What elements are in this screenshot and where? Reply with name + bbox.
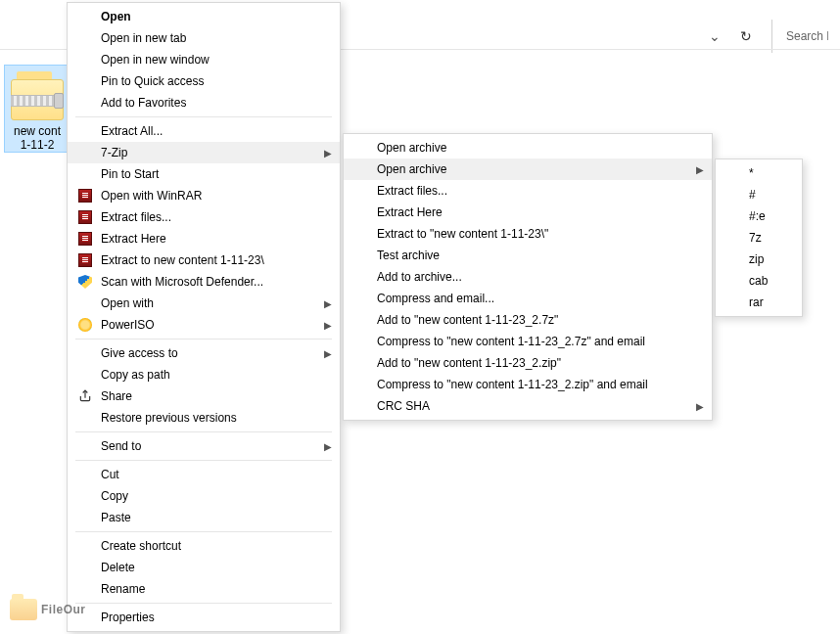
menu-7z-compress-7z-email[interactable]: Compress to "new content 1-11-23_2.7z" a…: [344, 331, 712, 352]
menu-7zip[interactable]: 7-Zip▶: [68, 142, 340, 163]
menu-open-new-tab[interactable]: Open in new tab: [68, 27, 340, 49]
submenu-arrow-icon: ▶: [696, 164, 704, 175]
menu-poweriso[interactable]: PowerISO▶: [68, 314, 340, 336]
menu-cut[interactable]: Cut: [68, 464, 340, 485]
submenu-arrow-icon: ▶: [324, 348, 332, 359]
menu-open[interactable]: Open: [68, 6, 340, 27]
submenu-arrow-icon: ▶: [324, 320, 332, 331]
history-dropdown-icon[interactable]: ⌄: [709, 28, 721, 44]
menu-type-7z[interactable]: 7z: [716, 227, 802, 249]
menu-create-shortcut[interactable]: Create shortcut: [68, 535, 340, 557]
watermark-folder-icon: [10, 599, 37, 620]
menu-winrar-extract-to[interactable]: Extract to new content 1-11-23\: [68, 249, 340, 271]
watermark: FileOur: [10, 599, 86, 620]
shield-icon: [75, 274, 95, 290]
menu-pin-start[interactable]: Pin to Start: [68, 163, 340, 185]
zip-folder-icon: [9, 69, 66, 122]
menu-7z-add-to-archive[interactable]: Add to archive...: [344, 266, 712, 288]
menu-type-hash[interactable]: #: [716, 184, 802, 205]
menu-type-rar[interactable]: rar: [716, 292, 802, 313]
submenu-arrow-icon: ▶: [696, 401, 704, 412]
menu-type-cab[interactable]: cab: [716, 270, 802, 292]
poweriso-icon: [75, 317, 95, 333]
menu-7z-extract-to[interactable]: Extract to "new content 1-11-23\": [344, 223, 712, 245]
share-icon: [75, 388, 95, 404]
menu-add-favorites[interactable]: Add to Favorites: [68, 92, 340, 113]
menu-7z-add-zip[interactable]: Add to "new content 1-11-23_2.zip": [344, 352, 712, 374]
menu-7z-compress-email[interactable]: Compress and email...: [344, 288, 712, 309]
menu-open-winrar[interactable]: Open with WinRAR: [68, 185, 340, 206]
menu-separator: [75, 339, 332, 340]
menu-7z-extract-here[interactable]: Extract Here: [344, 202, 712, 223]
menu-7z-open-archive[interactable]: Open archive: [344, 137, 712, 158]
menu-delete[interactable]: Delete: [68, 557, 340, 578]
menu-7z-extract-files[interactable]: Extract files...: [344, 180, 712, 202]
menu-separator: [75, 460, 332, 461]
menu-separator: [75, 116, 332, 117]
menu-type-zip[interactable]: zip: [716, 249, 802, 270]
address-toolbar: ⌄ ↻ Search N: [709, 20, 840, 53]
menu-scan-defender[interactable]: Scan with Microsoft Defender...: [68, 271, 340, 293]
menu-7z-test-archive[interactable]: Test archive: [344, 245, 712, 266]
submenu-arrow-icon: ▶: [324, 298, 332, 309]
submenu-arrow-icon: ▶: [324, 441, 332, 452]
watermark-text: FileOur: [41, 603, 86, 616]
submenu-arrow-icon: ▶: [324, 148, 332, 158]
menu-winrar-extract-files[interactable]: Extract files...: [68, 206, 340, 228]
menu-paste[interactable]: Paste: [68, 507, 340, 528]
winrar-icon: [75, 209, 95, 225]
menu-send-to[interactable]: Send to▶: [68, 435, 340, 457]
menu-type-star[interactable]: *: [716, 162, 802, 184]
menu-copy[interactable]: Copy: [68, 485, 340, 507]
menu-7z-add-7z[interactable]: Add to "new content 1-11-23_2.7z": [344, 309, 712, 331]
menu-restore-versions[interactable]: Restore previous versions: [68, 407, 340, 429]
menu-winrar-extract-here[interactable]: Extract Here: [68, 228, 340, 249]
menu-7z-crc-sha[interactable]: CRC SHA▶: [344, 395, 712, 417]
file-item-zip[interactable]: new cont1-11-2: [4, 65, 70, 153]
menu-open-with[interactable]: Open with▶: [68, 293, 340, 314]
menu-give-access-to[interactable]: Give access to▶: [68, 342, 340, 364]
menu-extract-all[interactable]: Extract All...: [68, 120, 340, 142]
winrar-icon: [75, 188, 95, 204]
context-menu-main: Open Open in new tab Open in new window …: [67, 2, 341, 632]
menu-separator: [75, 531, 332, 532]
menu-7z-compress-zip-email[interactable]: Compress to "new content 1-11-23_2.zip" …: [344, 374, 712, 395]
menu-7z-open-archive-as[interactable]: Open archive▶: [344, 158, 712, 180]
file-name-label: new cont1-11-2: [7, 124, 68, 152]
search-input[interactable]: Search N: [771, 20, 828, 53]
menu-pin-quick-access[interactable]: Pin to Quick access: [68, 70, 340, 92]
menu-properties[interactable]: Properties: [68, 607, 340, 628]
menu-type-hash-e[interactable]: #:e: [716, 205, 802, 227]
menu-copy-as-path[interactable]: Copy as path: [68, 364, 340, 385]
context-menu-archive-type: * # #:e 7z zip cab rar: [715, 158, 803, 317]
refresh-icon[interactable]: ↻: [740, 28, 752, 44]
winrar-icon: [75, 252, 95, 268]
menu-rename[interactable]: Rename: [68, 578, 340, 600]
menu-open-new-window[interactable]: Open in new window: [68, 49, 340, 70]
menu-share[interactable]: Share: [68, 385, 340, 407]
context-menu-7zip: Open archive Open archive▶ Extract files…: [343, 133, 713, 421]
menu-separator: [75, 603, 332, 604]
menu-separator: [75, 431, 332, 432]
winrar-icon: [75, 231, 95, 247]
